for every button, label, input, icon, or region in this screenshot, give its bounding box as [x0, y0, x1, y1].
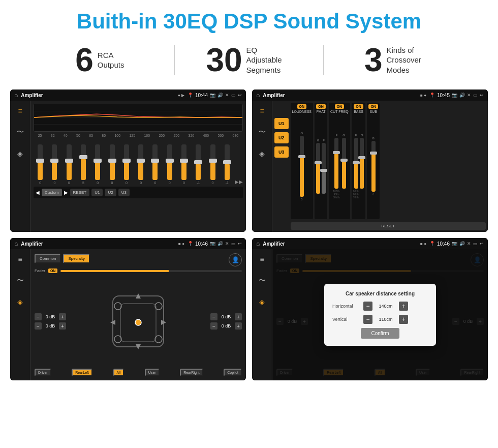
xo-location-icon: 📍: [429, 93, 435, 98]
sp-db-minus-1[interactable]: −: [35, 322, 42, 330]
eq-u3-btn[interactable]: U3: [118, 189, 130, 196]
eq-location-icon: 📍: [188, 93, 193, 98]
xo-sidebar-eq-icon[interactable]: ≡: [256, 105, 268, 117]
sp-sidebar-eq-icon[interactable]: ≡: [14, 253, 26, 265]
stat-crossover-number: 3: [364, 44, 383, 76]
screenshots-grid: ⌂ Amplifier ● ▶ 📍 10:44 📷 🔊 ✕ ▭ ↩ ≡: [0, 85, 498, 391]
ds-horizontal-minus-btn[interactable]: −: [363, 302, 372, 311]
sp-location-icon: 📍: [188, 241, 193, 246]
ds-back-icon: ↩: [480, 241, 484, 246]
eq-custom-btn[interactable]: Custom: [42, 189, 62, 196]
xo-vol-icon: 🔊: [459, 93, 465, 98]
sp-fader-row: Fader ON: [35, 268, 242, 273]
sp-fader-on[interactable]: ON: [48, 268, 58, 273]
xo-sub-label: SUB: [369, 110, 377, 113]
eq-slider-1: 0: [48, 144, 61, 185]
sp-db-plus-1[interactable]: +: [59, 322, 66, 330]
stat-rca: 6 RCA Outputs: [30, 44, 169, 76]
sp-user-btn[interactable]: User: [145, 369, 160, 376]
eq-next-arrow[interactable]: ▶▶: [235, 179, 243, 185]
xo-reset-btn[interactable]: RESET: [291, 222, 486, 230]
sp-rear-left-btn[interactable]: RearLeft: [72, 369, 92, 376]
ds-horizontal-plus-btn[interactable]: +: [399, 302, 408, 311]
ds-rect-icon: ▭: [473, 241, 478, 246]
ds-vertical-minus-btn[interactable]: −: [363, 315, 372, 324]
sp-db-minus-2[interactable]: −: [210, 313, 217, 320]
sp-fader-track[interactable]: [60, 270, 242, 272]
sp-car-svg: [108, 288, 169, 354]
eq-u1-btn[interactable]: U1: [91, 189, 103, 196]
ds-left-sidebar: ≡ 〜 ◈: [252, 249, 272, 380]
sp-tab-specialty[interactable]: Specialty: [63, 254, 89, 263]
eq-sliders-row: 0 0: [34, 139, 243, 185]
xo-u-buttons: U1 U2 U3: [274, 103, 289, 230]
ds-sidebar-speaker-icon[interactable]: ◈: [256, 296, 268, 308]
eq-prev-btn[interactable]: ◀: [36, 190, 40, 195]
xo-sidebar-speaker-icon[interactable]: ◈: [256, 147, 268, 160]
ds-horizontal-val: 140cm: [376, 304, 396, 309]
sp-driver-btn[interactable]: Driver: [35, 369, 51, 376]
sp-title: Amplifier: [21, 241, 175, 247]
ds-confirm-btn[interactable]: Confirm: [361, 328, 399, 339]
eq-graph: [34, 104, 243, 132]
ds-vertical-plus-btn[interactable]: +: [399, 315, 408, 324]
page-container: Buith-in 30EQ DSP Sound System 6 RCA Out…: [0, 0, 498, 391]
xo-title: Amplifier: [263, 93, 417, 98]
svg-point-6: [135, 319, 141, 325]
xo-cam-icon: 📷: [452, 93, 457, 98]
eq-sidebar-wave-icon[interactable]: 〜: [14, 126, 26, 138]
ds-dot-icons: ■ ●: [420, 242, 426, 246]
sp-vol-icon: 🔊: [217, 241, 223, 246]
eq-u2-btn[interactable]: U2: [105, 189, 116, 196]
sp-db-minus-0[interactable]: −: [35, 313, 42, 320]
sp-x-icon: ✕: [225, 241, 229, 246]
stat-eq-label: EQ Adjustable Segments: [246, 45, 292, 75]
ds-home-icon: ⌂: [256, 240, 260, 247]
sp-db-minus-3[interactable]: −: [210, 322, 217, 330]
eq-sidebar-speaker-icon[interactable]: ◈: [14, 147, 26, 160]
sp-db-plus-2[interactable]: +: [235, 313, 242, 320]
sp-sidebar-speaker-icon[interactable]: ◈: [14, 296, 26, 308]
xo-u1-btn[interactable]: U1: [274, 118, 289, 129]
eq-x-icon: ✕: [225, 93, 229, 98]
xo-sidebar-wave-icon[interactable]: 〜: [256, 126, 268, 138]
eq-reset-btn[interactable]: RESET: [70, 189, 90, 196]
xo-status-bar: ⌂ Amplifier ■ ● 📍 10:45 📷 🔊 ✕ ▭ ↩: [252, 89, 488, 101]
ds-sidebar-wave-icon[interactable]: 〜: [256, 275, 268, 287]
eq-home-icon: ⌂: [14, 92, 18, 99]
sp-left-controls: − 0 dB + − 0 dB +: [35, 276, 66, 367]
xo-x-icon: ✕: [467, 93, 471, 98]
eq-slider-11: -1: [192, 144, 205, 185]
xo-rect-icon: ▭: [473, 93, 478, 98]
xo-u2-btn[interactable]: U2: [274, 132, 289, 143]
sp-copilot-btn[interactable]: Copilot: [224, 369, 242, 376]
eq-slider-10: 0: [177, 144, 191, 185]
xo-loudness-on[interactable]: ON: [297, 104, 307, 109]
eq-vol-icon: 🔊: [217, 93, 223, 98]
xo-phat-on[interactable]: ON: [316, 104, 326, 109]
sp-rear-right-btn[interactable]: RearRight: [180, 369, 203, 376]
sp-db-control-2: − 0 dB +: [210, 313, 242, 320]
sp-sidebar-wave-icon[interactable]: 〜: [14, 275, 26, 287]
ds-sidebar-eq-icon[interactable]: ≡: [256, 253, 268, 265]
xo-u3-btn[interactable]: U3: [274, 146, 289, 158]
ds-horizontal-row: Horizontal − 140cm +: [332, 302, 428, 311]
stat-eq-number: 30: [206, 44, 242, 76]
sp-tab-common[interactable]: Common: [35, 254, 61, 263]
stat-divider-1: [174, 45, 175, 75]
sp-db-plus-3[interactable]: +: [235, 322, 242, 330]
ds-vol-icon: 🔊: [459, 241, 465, 246]
ds-distance-dialog: Car speaker distance setting Horizontal …: [324, 284, 436, 346]
xo-bass-on[interactable]: ON: [354, 104, 363, 109]
eq-play-btn[interactable]: ▶: [64, 190, 68, 195]
eq-time: 10:44: [195, 93, 208, 98]
xo-cutfreq-on[interactable]: ON: [335, 104, 345, 109]
xo-loudness-label: LOUDNESS: [292, 110, 312, 113]
sp-all-btn[interactable]: All: [113, 369, 124, 376]
eq-sidebar-eq-icon[interactable]: ≡: [14, 105, 26, 117]
xo-sub-on[interactable]: ON: [368, 104, 378, 109]
sp-db-plus-0[interactable]: +: [59, 313, 66, 320]
xo-loudness-slider: G 0: [300, 115, 304, 218]
eq-freq-labels: 25 32 40 50 63 80 100 125 160 200 250 32…: [34, 134, 243, 137]
sp-tabs: Common Specialty: [35, 254, 90, 263]
